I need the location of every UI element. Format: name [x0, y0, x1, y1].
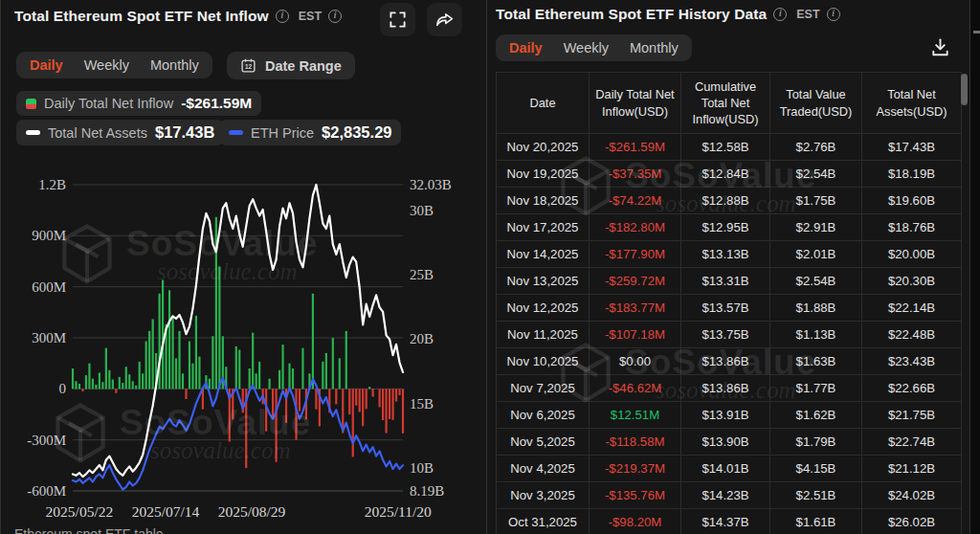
svg-text:12: 12 — [245, 63, 253, 70]
table-scrollbar-thumb[interactable] — [961, 74, 968, 105]
cell-value: $2.54B — [770, 268, 862, 295]
col-header-value-traded: Total Value Traded(USD) — [770, 73, 862, 134]
cell-value: -$107.18M — [590, 322, 681, 348]
svg-text:25B: 25B — [410, 267, 434, 282]
legend-daily-inflow[interactable]: Daily Total Net Inflow -$261.59M — [16, 91, 261, 116]
cell-date: Nov 17,2025 — [497, 214, 590, 241]
info-icon[interactable]: i — [276, 10, 289, 23]
net-inflow-panel: Total Ethereum Spot ETF Net Inflow i EST… — [0, 0, 486, 534]
date-range-button[interactable]: 12 Date Range — [227, 52, 355, 79]
info-icon[interactable]: i — [827, 8, 840, 21]
download-icon — [929, 36, 951, 58]
cell-value: $1.63B — [770, 348, 862, 375]
svg-text:32.03B: 32.03B — [410, 177, 452, 192]
cell-value: $2.01B — [770, 241, 862, 268]
svg-text:1.2B: 1.2B — [38, 177, 66, 192]
cell-date: Nov 13,2025 — [497, 268, 590, 295]
eth-legend-value: $2,835.29 — [322, 123, 391, 142]
right-title-row: Total Ethereum Spot ETF History Data i E… — [496, 6, 840, 23]
cell-value: $13.75B — [681, 322, 770, 348]
cell-value: $21.12B — [862, 456, 962, 482]
edge-fragment — [973, 31, 980, 33]
share-icon — [434, 10, 455, 30]
assets-legend-value: $17.43B — [155, 123, 214, 142]
tab-monthly[interactable]: Monthly — [630, 40, 679, 56]
table-row: Nov 18,2025-$74.22M$12.88B$1.75B$19.60B — [497, 188, 962, 214]
col-header-daily-inflow: Daily Total Net Inflow(USD) — [590, 73, 681, 134]
history-table-body: Nov 20,2025-$261.59M$12.58B$2.76B$17.43B… — [497, 134, 962, 534]
cell-value: $13.31B — [681, 268, 770, 295]
table-row: Oct 31,2025-$98.20M$14.37B$1.61B$26.02B — [497, 509, 962, 534]
svg-text:600M: 600M — [32, 279, 66, 295]
left-period-tabs: Daily Weekly Monthly — [16, 52, 212, 78]
cell-value: $2.51B — [770, 482, 862, 509]
cell-value: $12.84B — [681, 161, 770, 188]
table-row: Nov 20,2025-$261.59M$12.58B$2.76B$17.43B — [497, 134, 962, 161]
table-header-row: Date Daily Total Net Inflow(USD) Cumulat… — [497, 73, 962, 134]
cell-value: -$261.59M — [590, 134, 681, 161]
cutoff-footer-text: Ethereum spot ETF table — [14, 526, 164, 534]
info-icon[interactable]: i — [773, 8, 787, 21]
tab-weekly[interactable]: Weekly — [84, 57, 129, 73]
cell-date: Nov 7,2025 — [497, 375, 590, 402]
cell-value: $22.48B — [862, 322, 962, 348]
cell-date: Oct 31,2025 — [497, 509, 590, 534]
table-row: Nov 5,2025-$118.58M$13.90B$1.79B$22.74B — [497, 429, 962, 456]
table-row: Nov 14,2025-$177.90M$13.13B$2.01B$20.00B — [497, 241, 962, 268]
cell-value: $22.14B — [862, 295, 962, 322]
download-button[interactable] — [929, 36, 951, 62]
tab-daily[interactable]: Daily — [509, 40, 543, 56]
eth-legend-label: ETH Price — [251, 125, 314, 141]
svg-text:2025/08/29: 2025/08/29 — [218, 503, 286, 520]
left-title-row: Total Ethereum Spot ETF Net Inflow i EST… — [14, 8, 342, 25]
cell-value: $4.15B — [770, 456, 862, 482]
tab-monthly[interactable]: Monthly — [150, 57, 199, 73]
cell-value: -$37.35M — [590, 161, 681, 188]
tab-daily[interactable]: Daily — [30, 57, 63, 73]
table-row: Nov 12,2025-$183.77M$13.57B$1.88B$22.14B — [497, 295, 962, 322]
svg-text:-300M: -300M — [27, 433, 66, 448]
inflow-legend-icon — [26, 99, 36, 109]
fullscreen-icon — [389, 11, 407, 29]
cell-value: $1.79B — [770, 429, 862, 456]
date-range-label: Date Range — [265, 58, 342, 74]
history-title: Total Ethereum Spot ETF History Data — [496, 6, 767, 23]
cell-value: $20.30B — [862, 268, 962, 295]
cell-value: $24.02B — [862, 482, 962, 509]
table-row: Nov 3,2025-$135.76M$14.23B$2.51B$24.02B — [497, 482, 962, 509]
cell-value: $21.75B — [862, 402, 962, 429]
cell-date: Nov 14,2025 — [497, 241, 590, 268]
cell-value: $1.88B — [770, 295, 862, 322]
calendar-icon: 12 — [240, 57, 256, 74]
history-data-panel: Total Ethereum Spot ETF History Data i E… — [487, 0, 969, 534]
cell-value: -$182.80M — [590, 214, 681, 241]
cell-value: $1.77B — [770, 375, 862, 402]
info-icon[interactable]: i — [328, 10, 342, 23]
cell-value: -$118.58M — [590, 429, 681, 456]
cell-value: -$74.22M — [590, 188, 681, 214]
legend-eth-price[interactable]: ETH Price $2,835.29 — [219, 120, 401, 145]
legend-net-assets[interactable]: Total Net Assets $17.43B — [16, 120, 224, 145]
cell-value: $12.88B — [681, 188, 770, 214]
fullscreen-button[interactable] — [380, 3, 415, 36]
etf-inflow-chart[interactable]: 1.2B900M600M300M0-300M-600M32.03B30B25B2… — [1, 153, 479, 534]
assets-legend-label: Total Net Assets — [48, 125, 147, 141]
table-row: Nov 19,2025-$37.35M$12.84B$2.54B$18.19B — [497, 161, 962, 188]
inflow-legend-label: Daily Total Net Inflow — [44, 96, 173, 111]
cell-value: -$177.90M — [590, 241, 681, 268]
cell-value: $19.60B — [862, 188, 962, 214]
cell-value: -$219.37M — [590, 456, 681, 482]
cell-value: $22.74B — [862, 429, 962, 456]
table-row: Nov 13,2025-$259.72M$13.31B$2.54B$20.30B — [497, 268, 962, 295]
tab-weekly[interactable]: Weekly — [564, 40, 609, 56]
cell-value: $13.13B — [681, 241, 770, 268]
svg-text:8.19B: 8.19B — [410, 483, 444, 499]
cell-date: Nov 11,2025 — [497, 322, 590, 348]
share-button[interactable] — [427, 3, 462, 36]
cell-value: -$135.76M — [590, 482, 681, 509]
cell-value: -$183.77M — [590, 295, 681, 322]
table-row: Nov 4,2025-$219.37M$14.01B$4.15B$21.12B — [497, 456, 962, 482]
cell-value: $14.37B — [681, 509, 770, 534]
right-period-tabs: Daily Weekly Monthly — [496, 34, 692, 61]
history-table: Date Daily Total Net Inflow(USD) Cumulat… — [496, 72, 962, 534]
